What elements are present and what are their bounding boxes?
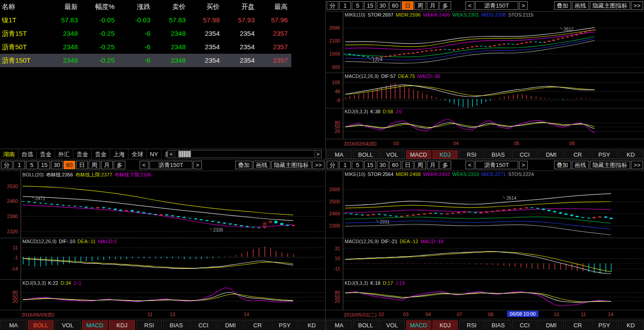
period-button-分[interactable]: 分	[327, 1, 338, 10]
market-tab-3[interactable]: 贵金	[37, 149, 55, 159]
period-button-5[interactable]: 5	[352, 1, 363, 10]
indicator-tab-VOL[interactable]: VOL	[380, 150, 405, 159]
period-button-日[interactable]: 日	[76, 161, 88, 169]
indicator-tab-KD[interactable]: KD	[618, 150, 644, 159]
indicator-tab-CR[interactable]: CR	[244, 320, 271, 330]
period-button-60[interactable]: 60	[64, 161, 75, 169]
indicator-tab-CCI[interactable]: CCI	[190, 320, 217, 330]
market-tab-2[interactable]: 自选	[18, 149, 37, 159]
macd-indicator-chart[interactable]	[343, 238, 644, 279]
market-tab-5[interactable]: 贵金	[73, 149, 92, 159]
period-button-月[interactable]: 月	[427, 1, 439, 10]
indicator-tab-KDJ[interactable]: KDJ	[109, 320, 135, 330]
overlay-button[interactable]: 叠加	[235, 161, 252, 169]
market-tab-8[interactable]: 全球	[128, 149, 147, 159]
period-button-5[interactable]: 5	[26, 161, 38, 169]
period-button-30[interactable]: 30	[377, 1, 388, 10]
scroll-right-button[interactable]: >	[314, 150, 321, 158]
indicator-tab-MA[interactable]: MA	[0, 320, 27, 330]
indicator-tab-BOLL[interactable]: BOLL	[353, 320, 378, 330]
indicator-tab-BIAS[interactable]: BIAS	[486, 320, 511, 330]
indicator-tab-PSY[interactable]: PSY	[592, 320, 617, 330]
indicator-tab-VOL[interactable]: VOL	[55, 320, 81, 330]
period-button-60[interactable]: 60	[389, 161, 401, 169]
quote-table-row[interactable]: 沥青150T2348-0.25-62348235423542357	[0, 54, 291, 67]
indicator-tab-BOLL[interactable]: BOLL	[353, 150, 378, 159]
period-button-月[interactable]: 月	[427, 161, 439, 169]
indicator-tab-KDJ[interactable]: KDJ	[432, 150, 458, 159]
market-tab-9[interactable]: NY	[147, 149, 162, 159]
indicator-tab-PSY[interactable]: PSY	[272, 320, 298, 330]
indicator-tab-KD[interactable]: KD	[299, 320, 325, 330]
hide-main-indicator-button[interactable]: 隐藏主图指标	[590, 1, 630, 10]
indicator-tab-MACD[interactable]: MACD	[82, 320, 108, 330]
indicator-tab-DMI[interactable]: DMI	[538, 150, 564, 159]
symbol-selector[interactable]: 沥青150T	[475, 1, 518, 10]
indicator-tab-CCI[interactable]: CCI	[512, 320, 537, 330]
more-button[interactable]: >>	[312, 161, 324, 169]
quote-table-row[interactable]: 沥青50T2348-0.25-62348235423542357	[0, 40, 291, 54]
macd-indicator-chart[interactable]	[21, 238, 325, 279]
market-tab-1[interactable]: 湖南	[0, 149, 18, 159]
market-tab-4[interactable]: 外汇	[55, 149, 73, 159]
indicator-tab-RSI[interactable]: RSI	[459, 320, 484, 330]
draw-line-button[interactable]: 画线	[572, 161, 589, 169]
period-button-多[interactable]: 多	[439, 1, 451, 10]
period-button-周[interactable]: 周	[414, 1, 426, 10]
indicator-tab-MA[interactable]: MA	[326, 150, 352, 159]
period-button-多[interactable]: 多	[439, 161, 451, 169]
indicator-tab-RSI[interactable]: RSI	[459, 150, 484, 159]
scrollbar-thumb[interactable]	[179, 151, 191, 157]
draw-line-button[interactable]: 画线	[572, 1, 589, 10]
symbol-selector[interactable]: 沥青150T	[475, 161, 518, 169]
period-button-1[interactable]: 1	[339, 1, 351, 10]
period-button-1[interactable]: 1	[339, 161, 351, 169]
draw-line-button[interactable]: 画线	[253, 161, 270, 169]
period-button-1[interactable]: 1	[13, 161, 25, 169]
period-button-日[interactable]: 日	[402, 1, 414, 10]
indicator-tab-DMI[interactable]: DMI	[538, 320, 564, 330]
period-button-15[interactable]: 15	[364, 1, 376, 10]
horizontal-scrollbar[interactable]: < >	[167, 150, 322, 158]
symbol-selector[interactable]: 沥青150T	[149, 161, 192, 169]
indicator-tab-MA[interactable]: MA	[326, 320, 352, 330]
next-symbol-button[interactable]: >	[193, 161, 202, 169]
overlay-button[interactable]: 叠加	[554, 1, 571, 10]
period-button-30[interactable]: 30	[377, 161, 388, 169]
hide-main-indicator-button[interactable]: 隐藏主图指标	[271, 161, 311, 169]
next-symbol-button[interactable]: >	[519, 1, 528, 10]
indicator-tab-KDJ[interactable]: KDJ	[432, 320, 458, 330]
candlestick-chart[interactable]	[21, 171, 325, 238]
period-button-周[interactable]: 周	[414, 161, 426, 169]
period-button-日[interactable]: 日	[402, 161, 414, 169]
quote-table-row[interactable]: 沥青15T2348-0.25-62348235423542357	[0, 27, 291, 40]
indicator-tab-BIAS[interactable]: BIAS	[163, 320, 189, 330]
period-button-多[interactable]: 多	[114, 161, 125, 169]
prev-symbol-button[interactable]: <	[465, 1, 474, 10]
period-button-5[interactable]: 5	[352, 161, 363, 169]
period-button-周[interactable]: 周	[89, 161, 100, 169]
hide-main-indicator-button[interactable]: 隐藏主图指标	[590, 161, 630, 169]
candlestick-chart[interactable]	[343, 12, 644, 73]
period-button-月[interactable]: 月	[101, 161, 113, 169]
indicator-tab-MACD[interactable]: MACD	[406, 320, 431, 330]
market-tab-6[interactable]: 贵金	[92, 149, 110, 159]
period-button-60[interactable]: 60	[389, 1, 401, 10]
indicator-tab-CCI[interactable]: CCI	[512, 150, 537, 159]
market-tab-7[interactable]: 上海	[110, 149, 128, 159]
scroll-left-button[interactable]: <	[168, 150, 175, 158]
period-button-15[interactable]: 15	[364, 161, 376, 169]
period-button-15[interactable]: 15	[38, 161, 50, 169]
prev-symbol-button[interactable]: <	[465, 161, 474, 169]
indicator-tab-CR[interactable]: CR	[565, 320, 590, 330]
indicator-tab-BIAS[interactable]: BIAS	[486, 150, 511, 159]
quote-table-row[interactable]: 镍1T57.83-0.05-0.0357.8357.9857.9357.96	[0, 13, 291, 27]
period-button-分[interactable]: 分	[1, 161, 13, 169]
prev-symbol-button[interactable]: <	[140, 161, 149, 169]
indicator-tab-VOL[interactable]: VOL	[380, 320, 405, 330]
indicator-tab-CR[interactable]: CR	[565, 150, 590, 159]
indicator-tab-BOLL[interactable]: BOLL	[28, 320, 54, 330]
overlay-button[interactable]: 叠加	[554, 161, 571, 169]
indicator-tab-DMI[interactable]: DMI	[218, 320, 244, 330]
indicator-tab-RSI[interactable]: RSI	[136, 320, 162, 330]
